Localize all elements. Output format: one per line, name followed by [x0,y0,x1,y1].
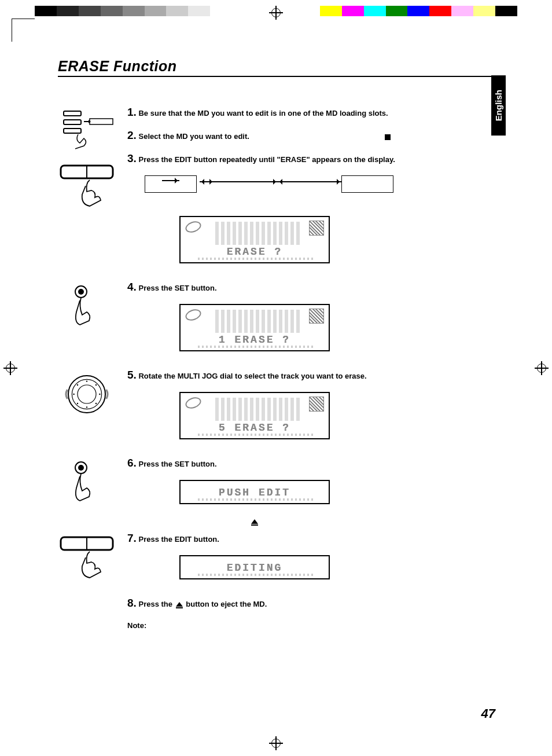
button-press-icon [58,163,116,209]
md-slot-icon [58,108,116,155]
registration-mark-icon [3,361,17,375]
lcd-display-erase: ERASE ? [179,216,330,263]
lcd-text: EDITING [227,562,283,574]
step-2: 2. Select the MD you want to edit. [127,129,500,142]
finger-press-icon [58,459,116,505]
step-text: button to eject the MD. [184,600,267,608]
step-number: 8. [127,597,137,609]
step-text: Press the SET button. [138,460,216,468]
section-title: ERASE Function [58,58,177,74]
lcd-display-editing: EDITING [179,555,330,579]
button-press-icon [58,534,116,581]
step-number: 6. [127,457,137,469]
lcd-display-push-edit: PUSH EDIT [179,480,330,504]
step-text: Press the EDIT button. [138,535,219,544]
step-7: 7. Press the EDIT button. [127,532,500,545]
stop-icon [385,134,391,140]
step-text: Rotate the MULTI JOG dial to select the … [138,372,366,380]
step-number: 3. [127,152,137,164]
lcd-text: ERASE ? [227,246,283,258]
lcd-text: 1 ERASE ? [219,334,290,346]
step-8: 8. Press the button to eject the MD. [127,597,500,610]
svg-point-13 [99,394,100,395]
lcd-display-1-erase: 1 ERASE ? [179,304,330,351]
note-label: Note: [127,621,500,630]
step-1: 1. Be sure that the MD you want to edit … [127,106,500,119]
step-3: 3. Press the EDIT button repeatedly unti… [127,152,500,165]
svg-point-9 [72,379,101,409]
svg-rect-3 [90,119,113,124]
lcd-text: PUSH EDIT [219,487,290,498]
step-text: Select the MD you want to edit. [138,132,249,141]
manual-page: English ERASE Function 1. Be sure t [0,0,552,756]
step-5: 5. Rotate the MULTI JOG dial to select t… [127,369,500,381]
svg-rect-2 [64,129,81,133]
step-number: 5. [127,369,137,381]
step-number: 4. [127,281,137,293]
registration-mark-icon [269,736,283,750]
step-text: Press the [138,600,174,608]
svg-point-11 [86,380,87,381]
svg-point-18 [77,384,78,386]
step-4: 4. Press the SET button. [127,281,500,293]
registration-mark-icon [269,6,283,20]
svg-point-17 [73,394,74,395]
step-6: 6. Press the SET button. [127,457,500,469]
finger-press-icon [58,283,116,329]
svg-point-16 [77,403,78,404]
svg-point-14 [95,403,97,404]
language-tab: English [491,75,506,135]
svg-point-15 [86,406,87,408]
step-number: 7. [127,532,137,544]
crop-mark [12,19,35,42]
lcd-text: 5 ERASE ? [219,422,290,434]
svg-point-7 [78,289,84,295]
step-text: Press the SET button. [138,284,216,292]
step-number: 2. [127,129,137,141]
section-title-row: ERASE Function [58,58,500,77]
step-number: 1. [127,106,137,118]
svg-point-10 [78,385,96,403]
lcd-display-5-erase: 5 ERASE ? [179,392,330,439]
edit-cycle-diagram [145,175,388,210]
svg-rect-1 [64,120,81,124]
svg-point-20 [78,465,84,471]
eject-icon [251,519,258,524]
step-text: Press the EDIT button repeatedly until "… [138,155,395,164]
jog-dial-icon [58,371,116,417]
step-text: Be sure that the MD you want to edit is … [138,109,388,118]
registration-mark-icon [535,361,549,375]
eject-icon [176,602,183,607]
svg-point-12 [95,384,97,386]
page-number: 47 [481,706,495,721]
svg-rect-0 [64,111,81,116]
